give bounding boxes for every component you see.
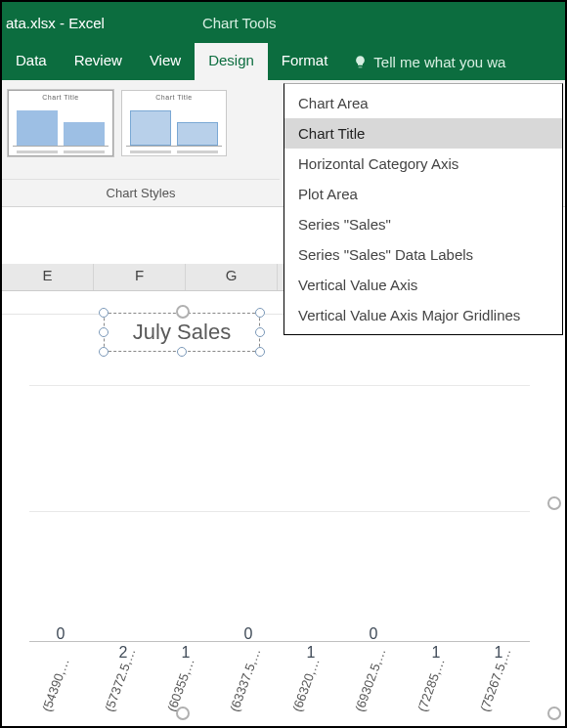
- dropdown-item-chart-title[interactable]: Chart Title: [284, 118, 562, 149]
- data-label: 0: [228, 625, 269, 643]
- category-label: (57372.5,…: [102, 646, 138, 713]
- dropdown-item-horizontal-axis[interactable]: Horizontal Category Axis: [284, 149, 562, 179]
- cell-row[interactable]: [2, 291, 285, 315]
- tab-format[interactable]: Format: [268, 43, 342, 80]
- selection-handle[interactable]: [99, 308, 109, 318]
- dropdown-item-plot-area[interactable]: Plot Area: [284, 179, 562, 209]
- selection-handle[interactable]: [99, 347, 109, 357]
- tab-review[interactable]: Review: [61, 43, 136, 80]
- data-label: 0: [40, 625, 81, 643]
- selection-handle[interactable]: [255, 347, 265, 357]
- col-header-e[interactable]: E: [2, 264, 94, 290]
- chart-style-thumb-1[interactable]: Chart Title: [8, 90, 113, 156]
- category-label: (69302.5,…: [352, 646, 388, 713]
- chart-title-text: July Sales: [133, 320, 231, 345]
- selection-handle[interactable]: [177, 347, 187, 357]
- selection-handle[interactable]: [255, 327, 265, 337]
- plot-area[interactable]: 02101011: [29, 383, 530, 642]
- category-label: (63337.5,…: [227, 646, 263, 713]
- dropdown-item-chart-area[interactable]: Chart Area: [284, 88, 562, 118]
- tab-design[interactable]: Design: [195, 43, 268, 80]
- category-label: (60355,…: [164, 656, 197, 713]
- selection-handle[interactable]: [255, 308, 265, 318]
- embedded-chart[interactable]: 02101011 (54390,…(57372.5,…(60355,…(6333…: [10, 364, 557, 728]
- dropdown-item-series-sales[interactable]: Series "Sales": [284, 209, 562, 239]
- tell-me-text: Tell me what you wa: [373, 54, 505, 70]
- title-bar: ata.xlsx - Excel Chart Tools: [2, 2, 565, 43]
- chart-selection-handle[interactable]: [176, 707, 190, 720]
- dropdown-item-vertical-axis[interactable]: Vertical Value Axis: [284, 270, 562, 300]
- column-headers: E F G: [2, 264, 285, 291]
- category-label: (54390,…: [39, 656, 72, 713]
- ribbon-group-label: Chart Styles: [2, 179, 280, 200]
- category-label: (72285,…: [414, 656, 448, 713]
- chart-title-editbox[interactable]: July Sales: [104, 313, 260, 352]
- col-header-g[interactable]: G: [186, 264, 278, 290]
- col-header-f[interactable]: F: [94, 264, 186, 290]
- lightbulb-icon: [353, 55, 368, 69]
- chart-selection-handle[interactable]: [176, 305, 190, 319]
- tab-data[interactable]: Data: [2, 43, 61, 80]
- window-title: ata.xlsx - Excel: [2, 15, 105, 31]
- chart-selection-handle[interactable]: [547, 496, 561, 510]
- category-label: (66320,…: [289, 656, 323, 713]
- data-label: 0: [353, 625, 394, 643]
- tell-me-search[interactable]: Tell me what you wa: [341, 43, 505, 80]
- chart-elements-dropdown[interactable]: Chart Area Chart Title Horizontal Catego…: [284, 83, 563, 335]
- category-label: (75267.5,…: [477, 646, 513, 713]
- selection-handle[interactable]: [99, 327, 109, 337]
- contextual-tab-label: Chart Tools: [202, 15, 277, 31]
- dropdown-item-series-data-labels[interactable]: Series "Sales" Data Labels: [284, 239, 562, 270]
- ribbon-tabstrip: Data Review View Design Format Tell me w…: [2, 43, 565, 80]
- chart-selection-handle[interactable]: [547, 707, 561, 720]
- dropdown-item-vertical-gridlines[interactable]: Vertical Value Axis Major Gridlines: [284, 300, 562, 330]
- tab-view[interactable]: View: [136, 43, 195, 80]
- chart-style-thumb-2[interactable]: Chart Title: [121, 90, 227, 156]
